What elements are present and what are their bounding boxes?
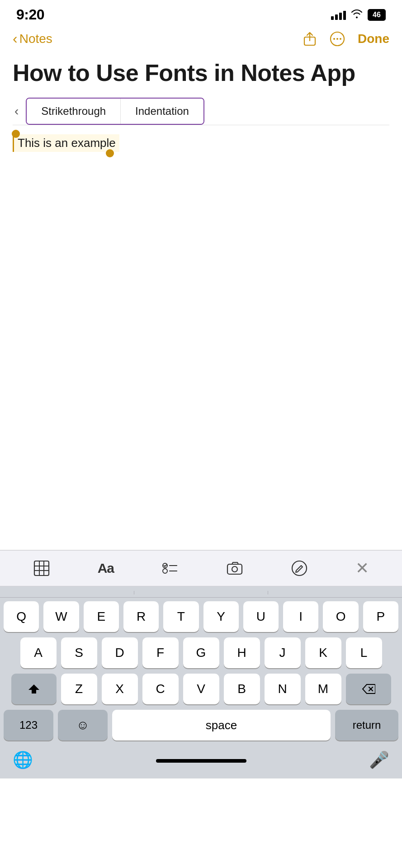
nav-back-button[interactable]: ‹ Notes	[13, 30, 52, 47]
selected-text: This is an example	[13, 134, 119, 152]
emoji-button[interactable]: ☺	[58, 710, 108, 741]
checklist-button[interactable]	[161, 560, 179, 577]
wifi-icon	[350, 9, 363, 21]
more-icon	[330, 31, 345, 47]
shift-icon	[28, 683, 40, 695]
bottom-toolbar: Aa ✕	[0, 550, 402, 586]
key-T[interactable]: T	[163, 601, 199, 632]
text-format-icon: Aa	[98, 561, 114, 576]
keyboard-bottom-row: 123 ☺ space return	[0, 710, 402, 744]
back-chevron-icon: ‹	[13, 30, 18, 47]
space-button[interactable]: space	[112, 710, 331, 741]
done-button[interactable]: Done	[358, 32, 389, 46]
key-A[interactable]: A	[20, 637, 57, 668]
markup-button[interactable]	[291, 560, 308, 577]
home-indicator	[156, 759, 246, 763]
numbers-button[interactable]: 123	[4, 710, 53, 741]
shift-button[interactable]	[11, 674, 57, 704]
svg-point-16	[292, 561, 307, 576]
status-time: 9:20	[16, 6, 44, 23]
suggestion-row	[0, 586, 402, 598]
key-V[interactable]: V	[183, 674, 219, 704]
strikethrough-button[interactable]: Strikethrough	[27, 99, 120, 124]
battery-icon: 46	[368, 9, 386, 21]
key-G[interactable]: G	[183, 637, 219, 668]
home-bar-area	[33, 754, 369, 766]
svg-point-4	[340, 38, 341, 40]
svg-rect-5	[34, 561, 49, 576]
key-B[interactable]: B	[224, 674, 260, 704]
camera-icon	[226, 560, 243, 577]
key-K[interactable]: K	[305, 637, 341, 668]
share-icon	[303, 32, 317, 46]
table-button[interactable]	[33, 560, 50, 577]
key-C[interactable]: C	[142, 674, 179, 704]
content-area: How to Use Fonts in Notes App ‹ Striketh…	[0, 52, 402, 369]
camera-button[interactable]	[226, 560, 243, 577]
markup-icon	[291, 560, 308, 577]
backspace-button[interactable]	[346, 674, 391, 704]
svg-point-12	[163, 569, 167, 573]
key-H[interactable]: H	[224, 637, 260, 668]
checklist-icon	[161, 560, 179, 577]
svg-point-2	[333, 38, 335, 40]
key-S[interactable]: S	[61, 637, 97, 668]
microphone-icon[interactable]: 🎤	[369, 750, 389, 769]
close-icon: ✕	[355, 559, 369, 578]
key-Q[interactable]: Q	[4, 601, 39, 632]
more-button[interactable]	[330, 31, 345, 47]
keyboard: Q W E R T Y U I O P A S D F G H J K L	[0, 586, 402, 778]
key-E[interactable]: E	[84, 601, 119, 632]
key-L[interactable]: L	[346, 637, 382, 668]
key-P[interactable]: P	[363, 601, 398, 632]
nav-actions: Done	[303, 31, 389, 47]
suggestion-left[interactable]	[0, 591, 134, 594]
selected-text-area: This is an example	[13, 131, 389, 156]
key-X[interactable]: X	[102, 674, 138, 704]
key-Y[interactable]: Y	[203, 601, 239, 632]
key-I[interactable]: I	[283, 601, 318, 632]
formatting-toolbar: ‹ Strikethrough Indentation	[13, 98, 389, 125]
status-icons: 46	[331, 9, 386, 21]
key-row-2: A S D F G H J K L	[4, 637, 398, 668]
key-row-3: Z X C V B N M	[4, 674, 398, 704]
key-N[interactable]: N	[265, 674, 301, 704]
note-title: How to Use Fonts in Notes App	[13, 60, 389, 87]
key-M[interactable]: M	[305, 674, 341, 704]
share-button[interactable]	[303, 32, 317, 46]
svg-rect-14	[227, 564, 242, 574]
return-button[interactable]: return	[335, 710, 398, 741]
key-F[interactable]: F	[142, 637, 179, 668]
selection-handle-top	[12, 130, 20, 138]
key-row-1: Q W E R T Y U I O P	[4, 601, 398, 632]
svg-point-15	[232, 566, 237, 572]
suggestion-middle[interactable]	[134, 591, 269, 594]
status-bar: 9:20 46	[0, 0, 402, 27]
key-R[interactable]: R	[123, 601, 159, 632]
close-keyboard-button[interactable]: ✕	[355, 559, 369, 578]
formatting-options-box: Strikethrough Indentation	[26, 98, 204, 125]
key-D[interactable]: D	[102, 637, 138, 668]
key-Z[interactable]: Z	[61, 674, 97, 704]
emoji-icon: ☺	[76, 718, 90, 732]
selection-handle-bottom	[106, 149, 114, 157]
table-icon	[33, 560, 50, 577]
keyboard-rows: Q W E R T Y U I O P A S D F G H J K L	[0, 598, 402, 704]
svg-point-3	[336, 38, 338, 40]
keyboard-extras-row: 🌐 🎤	[0, 744, 402, 778]
key-U[interactable]: U	[243, 601, 279, 632]
key-O[interactable]: O	[323, 601, 358, 632]
indentation-button[interactable]: Indentation	[120, 99, 203, 124]
nav-back-label: Notes	[19, 32, 52, 46]
nav-bar: ‹ Notes Done	[0, 27, 402, 52]
suggestion-right[interactable]	[268, 591, 402, 594]
toolbar-back-arrow[interactable]: ‹	[13, 99, 26, 124]
backspace-icon	[362, 684, 375, 694]
text-format-button[interactable]: Aa	[98, 561, 114, 576]
globe-icon[interactable]: 🌐	[13, 750, 33, 769]
signal-bars-icon	[331, 10, 346, 20]
key-W[interactable]: W	[43, 601, 79, 632]
key-J[interactable]: J	[265, 637, 301, 668]
